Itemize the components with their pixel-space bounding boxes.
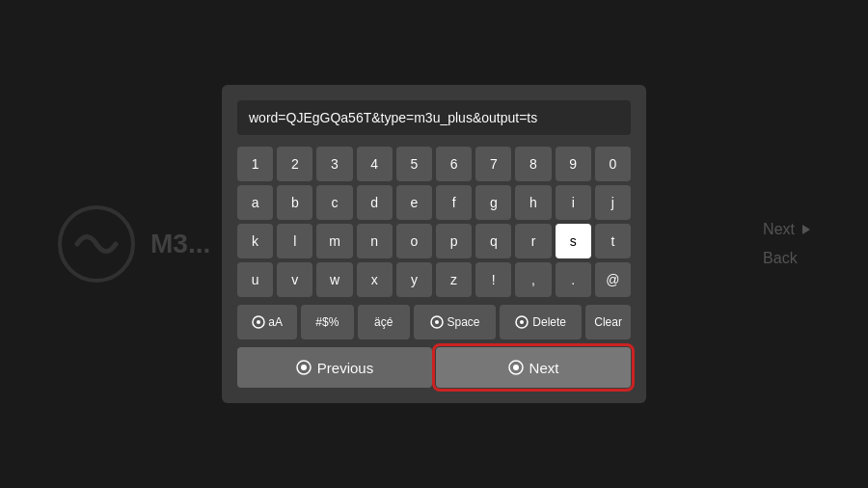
key-4[interactable]: 4 xyxy=(357,147,393,181)
key-d[interactable]: d xyxy=(357,185,393,220)
alpha-row-2: k l m n o p q r s t xyxy=(237,224,631,258)
bg-logo-text: M3... xyxy=(150,229,210,259)
keyboard: 1 2 3 4 5 6 7 8 9 0 a b c d e f g h i j … xyxy=(237,147,631,388)
key-l[interactable]: l xyxy=(277,224,312,258)
key-8[interactable]: 8 xyxy=(515,147,551,181)
key-x[interactable]: x xyxy=(357,262,393,297)
symbols2-button[interactable]: äçé xyxy=(358,305,410,339)
key-a[interactable]: a xyxy=(237,185,273,220)
special-keys-row: aA #$% äçé Space Delete Clear xyxy=(237,305,631,339)
key-h[interactable]: h xyxy=(515,185,551,220)
background-right-nav: Next Back xyxy=(763,221,810,267)
key-b[interactable]: b xyxy=(277,185,312,220)
number-row: 1 2 3 4 5 6 7 8 9 0 xyxy=(237,147,631,181)
previous-button[interactable]: Previous xyxy=(237,347,432,388)
svg-point-10 xyxy=(513,365,519,370)
key-9[interactable]: 9 xyxy=(556,147,591,181)
key-exclaim[interactable]: ! xyxy=(475,262,511,297)
key-comma[interactable]: , xyxy=(515,262,551,297)
case-toggle-label: aA xyxy=(268,315,283,329)
key-e[interactable]: e xyxy=(396,185,432,220)
key-period[interactable]: . xyxy=(556,262,591,297)
key-6[interactable]: 6 xyxy=(436,147,472,181)
key-v[interactable]: v xyxy=(277,262,312,297)
delete-button[interactable]: Delete xyxy=(500,305,582,339)
bg-back-item: Back xyxy=(763,250,810,267)
delete-label: Delete xyxy=(532,315,566,329)
bg-next-label: Next xyxy=(763,221,795,238)
key-m[interactable]: m xyxy=(316,224,352,258)
key-f[interactable]: f xyxy=(436,185,472,220)
key-at[interactable]: @ xyxy=(595,262,631,297)
key-0[interactable]: 0 xyxy=(595,147,631,181)
background-logo: M3... xyxy=(58,205,210,283)
alpha-row-3: u v w x y z ! , . @ xyxy=(237,262,631,297)
svg-point-8 xyxy=(301,365,307,370)
key-i[interactable]: i xyxy=(556,185,591,220)
next-label: Next xyxy=(529,360,559,376)
nav-row: Previous Next xyxy=(237,347,631,388)
bg-back-label: Back xyxy=(763,250,798,267)
key-r[interactable]: r xyxy=(515,224,551,258)
space-label: Space xyxy=(448,315,480,329)
key-t[interactable]: t xyxy=(595,224,631,258)
space-button[interactable]: Space xyxy=(414,305,496,339)
url-input-display[interactable]: word=QJEgGQa56T&type=m3u_plus&output=ts xyxy=(237,100,631,135)
key-5[interactable]: 5 xyxy=(396,147,432,181)
key-j[interactable]: j xyxy=(595,185,631,220)
key-s[interactable]: s xyxy=(556,224,591,258)
key-u[interactable]: u xyxy=(237,262,273,297)
key-q[interactable]: q xyxy=(475,224,511,258)
key-w[interactable]: w xyxy=(316,262,352,297)
previous-label: Previous xyxy=(317,360,373,376)
key-k[interactable]: k xyxy=(237,224,273,258)
svg-point-4 xyxy=(435,320,439,324)
key-c[interactable]: c xyxy=(316,185,352,220)
key-7[interactable]: 7 xyxy=(475,147,511,181)
svg-point-6 xyxy=(520,320,524,324)
key-z[interactable]: z xyxy=(436,262,472,297)
key-o[interactable]: o xyxy=(396,224,432,258)
key-2[interactable]: 2 xyxy=(277,147,312,181)
next-button[interactable]: Next xyxy=(436,347,631,388)
clear-button[interactable]: Clear xyxy=(585,305,631,339)
key-g[interactable]: g xyxy=(475,185,511,220)
symbols1-button[interactable]: #$% xyxy=(301,305,353,339)
bg-next-arrow-icon xyxy=(802,225,810,234)
key-n[interactable]: n xyxy=(357,224,393,258)
key-3[interactable]: 3 xyxy=(316,147,352,181)
case-toggle-button[interactable]: aA xyxy=(237,305,297,339)
keyboard-dialog: word=QJEgGQa56T&type=m3u_plus&output=ts … xyxy=(222,85,646,403)
alpha-row-1: a b c d e f g h i j xyxy=(237,185,631,220)
key-1[interactable]: 1 xyxy=(237,147,273,181)
key-p[interactable]: p xyxy=(436,224,472,258)
svg-point-2 xyxy=(257,320,260,324)
bg-next-item: Next xyxy=(763,221,810,238)
key-y[interactable]: y xyxy=(396,262,432,297)
